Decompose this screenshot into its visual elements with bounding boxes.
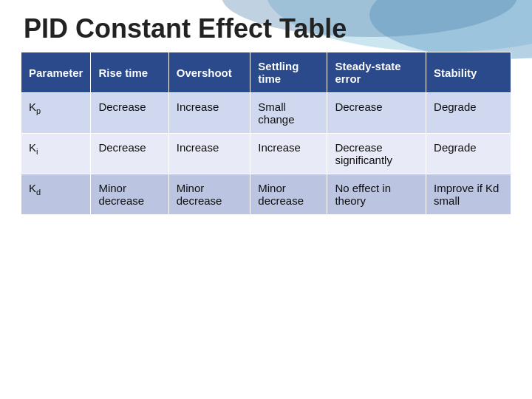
col-header-parameter: Parameter [21, 52, 91, 93]
cell-kp-overshoot: Increase [168, 93, 250, 134]
col-header-rise-time: Rise time [91, 52, 168, 93]
cell-kp-stability: Degrade [426, 93, 511, 134]
cell-kd-settling: Minor decrease [250, 174, 327, 215]
cell-ki-settling: Increase [250, 134, 327, 174]
cell-ki-overshoot: Increase [168, 134, 250, 174]
table-header-row: Parameter Rise time Overshoot Settling t… [21, 52, 511, 93]
table-row: Ki Decrease Increase Increase Decrease s… [21, 134, 511, 174]
cell-kp-steady: Decrease [327, 93, 426, 134]
col-header-settling-time: Settling time [250, 52, 327, 93]
cell-kp-settling: Small change [250, 93, 327, 134]
cell-kd-param: Kd [21, 174, 91, 215]
cell-ki-stability: Degrade [426, 134, 511, 174]
col-header-stability: Stability [426, 52, 511, 93]
cell-ki-steady: Decrease significantly [327, 134, 426, 174]
table-row: Kd Minor decrease Minor decrease Minor d… [21, 174, 511, 215]
page-title: PID Constant Effect Table [0, 0, 532, 52]
table-row: Kp Decrease Increase Small change Decrea… [21, 93, 511, 134]
pid-table: Parameter Rise time Overshoot Settling t… [21, 52, 511, 215]
cell-ki-param: Ki [21, 134, 91, 174]
cell-kp-param: Kp [21, 93, 91, 134]
cell-kp-rise: Decrease [91, 93, 168, 134]
cell-kd-stability: Improve if Kd small [426, 174, 511, 215]
col-header-steady-state: Steady-state error [327, 52, 426, 93]
cell-kd-rise: Minor decrease [91, 174, 168, 215]
col-header-overshoot: Overshoot [168, 52, 250, 93]
cell-ki-rise: Decrease [91, 134, 168, 174]
cell-kd-overshoot: Minor decrease [168, 174, 250, 215]
cell-kd-steady: No effect in theory [327, 174, 426, 215]
table-container: Parameter Rise time Overshoot Settling t… [0, 52, 532, 215]
